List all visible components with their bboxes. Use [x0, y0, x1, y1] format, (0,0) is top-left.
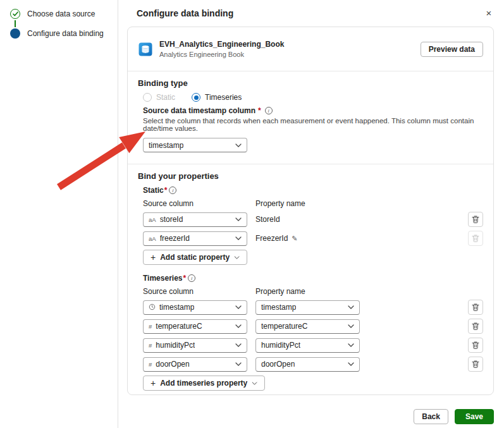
timeseries-label-text: Timeseries [143, 274, 183, 283]
chevron-down-icon [235, 324, 242, 328]
info-icon[interactable]: i [265, 107, 273, 114]
wizard-stepper: Choose data source Configure data bindin… [0, 0, 118, 428]
info-icon[interactable]: i [188, 274, 195, 282]
back-button[interactable]: Back [414, 409, 448, 424]
datetime-type-icon [149, 303, 156, 312]
timeseries-property-dropdown[interactable]: timestamp [255, 300, 360, 315]
dialog-footer: Back Save [414, 409, 494, 424]
chevron-down-icon [235, 362, 242, 366]
static-property-row: aA freezerId FreezerId ✎ [143, 231, 483, 246]
number-type-icon: # [149, 323, 152, 330]
property-name-header: Property name [255, 287, 305, 296]
dialog-title: Configure data binding [137, 8, 233, 18]
timestamp-column-description: Select the column that records when each… [143, 117, 483, 132]
property-name-header: Property name [255, 199, 305, 208]
step-label: Configure data binding [27, 29, 104, 38]
bind-properties-heading: Bind your properties [138, 171, 483, 181]
static-source-dropdown[interactable]: aA freezerId [143, 231, 247, 246]
step-choose-data-source[interactable]: Choose data source [10, 8, 118, 20]
number-type-icon: # [149, 361, 152, 368]
timeseries-source-dropdown[interactable]: # temperatureC [143, 319, 247, 334]
string-type-icon: aA [149, 216, 156, 223]
bind-properties-section: Bind your properties Static * i Source c… [128, 164, 493, 395]
required-asterisk: * [183, 274, 187, 283]
binding-card: EVH_Analytics_Engineering_Book Analytics… [127, 27, 494, 395]
timeseries-subsection-label: Timeseries * i [143, 274, 483, 283]
timeseries-property-row: # humidityPct humidityPct [143, 338, 483, 353]
chevron-down-icon [235, 343, 242, 347]
radio-static[interactable]: Static [143, 93, 175, 102]
delete-row-button[interactable] [468, 300, 483, 315]
delete-row-button[interactable] [468, 338, 483, 353]
binding-type-section: Binding type Static Timeseries Source da… [128, 71, 493, 164]
required-asterisk: * [164, 186, 168, 195]
source-header: EVH_Analytics_Engineering_Book Analytics… [128, 27, 493, 71]
add-timeseries-property-button[interactable]: + Add timeseries property [143, 376, 265, 391]
delete-row-button[interactable] [468, 357, 483, 372]
timestamp-column-dropdown[interactable]: timestamp [143, 138, 247, 152]
timeseries-property-row: timestamp timestamp [143, 300, 483, 315]
timestamp-column-value: timestamp [149, 141, 183, 150]
edit-icon: ✎ [292, 235, 297, 243]
required-asterisk: * [258, 106, 261, 115]
timeseries-property-dropdown[interactable]: humidityPct [255, 338, 360, 353]
step-configure-data-binding[interactable]: Configure data binding [10, 28, 118, 39]
timestamp-column-label: Source data timestamp column * i [143, 106, 483, 115]
chevron-down-icon [235, 217, 242, 221]
step-current-icon [10, 28, 20, 39]
binding-type-options: Static Timeseries [143, 93, 483, 102]
static-label-text: Static [143, 186, 164, 195]
add-static-property-button[interactable]: + Add static property [143, 250, 247, 265]
radio-static-circle [143, 93, 152, 102]
static-subsection: Static * i Source column Property name a… [143, 186, 483, 391]
static-subsection-label: Static * i [143, 186, 483, 195]
chevron-down-icon [348, 362, 354, 366]
static-column-headers: Source column Property name [143, 199, 483, 208]
source-subtitle: Analytics Engineering Book [159, 50, 284, 59]
source-column-header: Source column [143, 199, 255, 208]
radio-timeseries-label: Timeseries [205, 93, 242, 102]
source-column-header: Source column [143, 287, 255, 296]
configure-data-binding-panel: Configure data binding × EVH_Analytics_E… [118, 0, 504, 428]
timeseries-source-dropdown[interactable]: timestamp [143, 300, 247, 315]
chevron-down-icon [234, 256, 240, 259]
chevron-down-icon [348, 305, 354, 309]
timeseries-property-dropdown[interactable]: temperatureC [255, 319, 360, 334]
property-name-text: StoreId [255, 215, 360, 224]
timeseries-property-row: # doorOpen doorOpen [143, 357, 483, 372]
step-complete-icon [10, 9, 20, 19]
step-label: Choose data source [27, 9, 95, 18]
timestamp-column-label-text: Source data timestamp column [143, 106, 255, 115]
info-icon[interactable]: i [169, 186, 176, 194]
chevron-down-icon [348, 324, 354, 328]
timeseries-property-dropdown[interactable]: doorOpen [255, 357, 360, 372]
radio-timeseries[interactable]: Timeseries [192, 93, 242, 102]
timeseries-property-row: # temperatureC temperatureC [143, 319, 483, 334]
timeseries-source-dropdown[interactable]: # humidityPct [143, 338, 247, 353]
delete-row-button[interactable] [468, 319, 483, 334]
plus-icon: + [151, 253, 156, 262]
delete-row-button-disabled [468, 231, 483, 246]
binding-type-heading: Binding type [138, 78, 483, 88]
step-connector [15, 20, 16, 27]
string-type-icon: aA [149, 235, 156, 242]
save-button[interactable]: Save [455, 409, 494, 424]
source-text: EVH_Analytics_Engineering_Book Analytics… [159, 40, 284, 59]
chevron-down-icon [235, 144, 242, 147]
static-source-dropdown[interactable]: aA storeId [143, 212, 247, 227]
static-property-row: aA storeId StoreId [143, 212, 483, 227]
eventhouse-icon [138, 42, 153, 57]
radio-timeseries-circle [192, 93, 200, 102]
chevron-down-icon [348, 343, 354, 347]
preview-data-button[interactable]: Preview data [421, 42, 483, 57]
chevron-down-icon [252, 382, 257, 385]
plus-icon: + [151, 379, 156, 388]
close-icon[interactable]: × [482, 6, 496, 20]
radio-static-label: Static [156, 93, 175, 102]
chevron-down-icon [235, 236, 242, 240]
timeseries-source-dropdown[interactable]: # doorOpen [143, 357, 247, 372]
source-name: EVH_Analytics_Engineering_Book [159, 40, 284, 49]
chevron-down-icon [235, 305, 242, 309]
timeseries-column-headers: Source column Property name [143, 287, 483, 296]
delete-row-button[interactable] [468, 212, 483, 227]
